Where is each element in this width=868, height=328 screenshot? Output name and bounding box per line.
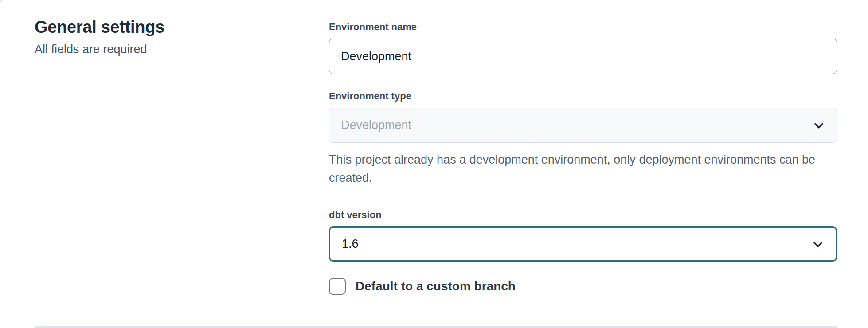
environment-name-input[interactable] xyxy=(329,39,837,74)
environment-name-label: Environment name xyxy=(329,21,837,33)
dbt-version-select[interactable]: 1.6 xyxy=(329,226,837,262)
environment-name-field: Environment name xyxy=(329,21,837,74)
settings-header-column: General settings All fields are required xyxy=(35,0,329,328)
page-subtitle: All fields are required xyxy=(35,43,329,56)
environment-type-select: Development xyxy=(329,108,837,143)
environment-type-field: Environment type Development This projec… xyxy=(329,90,837,187)
dbt-version-value: 1.6 xyxy=(342,237,359,251)
custom-branch-label: Default to a custom branch xyxy=(356,279,516,293)
section-divider xyxy=(35,326,837,328)
environment-type-value: Development xyxy=(341,118,411,132)
custom-branch-checkbox[interactable] xyxy=(329,278,346,295)
chevron-down-icon xyxy=(811,237,825,251)
environment-type-label: Environment type xyxy=(329,90,837,102)
page-title: General settings xyxy=(35,17,329,38)
environment-settings-form: Environment name Environment type Develo… xyxy=(329,0,837,328)
chevron-down-icon xyxy=(812,118,826,133)
dbt-version-label: dbt version xyxy=(329,209,837,221)
general-settings-page: General settings All fields are required… xyxy=(0,0,868,328)
window-corner-artifact xyxy=(0,0,6,6)
environment-type-helper-text: This project already has a development e… xyxy=(329,151,821,187)
dbt-version-field: dbt version 1.6 xyxy=(329,209,837,262)
custom-branch-row[interactable]: Default to a custom branch xyxy=(329,278,516,295)
